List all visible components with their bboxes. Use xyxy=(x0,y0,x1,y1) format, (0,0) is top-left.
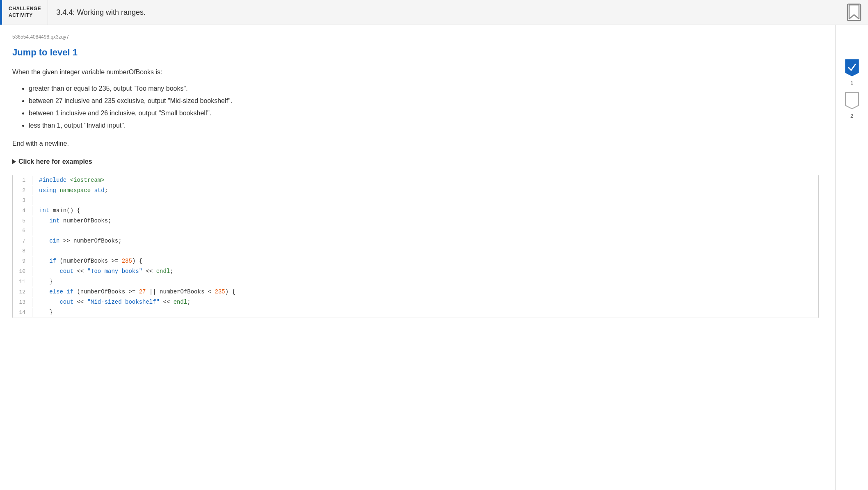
bookmark-icon xyxy=(847,3,861,21)
triangle-icon xyxy=(12,159,16,164)
line-number: 13 xyxy=(13,298,32,307)
end-note: End with a newline. xyxy=(12,139,819,149)
line-number: 2 xyxy=(13,186,32,195)
header-title: 3.4.4: Working with ranges. xyxy=(48,0,840,25)
code-content: #include <iostream> xyxy=(39,176,105,185)
code-line-1: 1 #include <iostream> xyxy=(13,175,818,185)
line-number: 11 xyxy=(13,277,32,286)
jump-to-level-link[interactable]: Jump to level 1 xyxy=(12,46,819,59)
header: CHALLENGE ACTIVITY 3.4.4: Working with r… xyxy=(0,0,868,25)
code-content: int numberOfBooks; xyxy=(39,216,111,225)
bullet-list: greater than or equal to 235, output "To… xyxy=(12,84,819,131)
code-line-7: 7 cin >> numberOfBooks; xyxy=(13,236,818,246)
line-number: 9 xyxy=(13,257,32,266)
examples-label: Click here for examples xyxy=(18,157,92,167)
problem-intro: When the given integer variable numberOf… xyxy=(12,67,819,77)
line-number: 1 xyxy=(13,176,32,185)
line-number: 8 xyxy=(13,247,32,256)
level-2-badge-icon xyxy=(844,91,860,110)
line-number: 4 xyxy=(13,206,32,215)
code-line-13: 13 cout << "Mid-sized bookshelf" << endl… xyxy=(13,297,818,307)
line-number: 3 xyxy=(13,196,32,205)
svg-marker-2 xyxy=(845,60,859,76)
bullet-item: greater than or equal to 235, output "To… xyxy=(29,84,819,94)
line-number: 14 xyxy=(13,308,32,317)
code-content: using namespace std; xyxy=(39,186,108,195)
level-1-badge[interactable]: 1 xyxy=(844,58,860,87)
code-line-4: 4 int main() { xyxy=(13,206,818,216)
code-content: int main() { xyxy=(39,206,80,215)
line-number: 7 xyxy=(13,237,32,246)
code-content: } xyxy=(39,277,53,286)
challenge-label-line1: CHALLENGE xyxy=(9,6,41,12)
code-content: if (numberOfBooks >= 235) { xyxy=(39,256,142,266)
code-line-9: 9 if (numberOfBooks >= 235) { xyxy=(13,256,818,266)
code-content: else if (numberOfBooks >= 27 || numberOf… xyxy=(39,287,235,296)
code-line-5: 5 int numberOfBooks; xyxy=(13,216,818,226)
code-line-2: 2 using namespace std; xyxy=(13,185,818,196)
code-content: cin >> numberOfBooks; xyxy=(39,236,122,245)
code-line-12: 12 else if (numberOfBooks >= 27 || numbe… xyxy=(13,287,818,297)
main-container: 536554.4084498.qx3zqy7 Jump to level 1 W… xyxy=(0,25,868,490)
bookmark-button[interactable] xyxy=(840,0,868,25)
level-1-number: 1 xyxy=(850,79,853,87)
examples-toggle[interactable]: Click here for examples xyxy=(12,157,819,167)
code-line-3: 3 xyxy=(13,196,818,206)
code-line-10: 10 cout << "Too many books" << endl; xyxy=(13,266,818,277)
header-label: CHALLENGE ACTIVITY xyxy=(2,0,48,25)
code-line-6: 6 xyxy=(13,226,818,236)
code-line-14: 14 } xyxy=(13,307,818,318)
code-content: cout << "Too many books" << endl; xyxy=(39,267,174,276)
bullet-item: between 27 inclusive and 235 exclusive, … xyxy=(29,96,819,106)
level-1-badge-icon xyxy=(844,58,860,78)
level-2-number: 2 xyxy=(850,112,853,120)
content-area: 536554.4084498.qx3zqy7 Jump to level 1 W… xyxy=(0,25,835,490)
line-number: 5 xyxy=(13,217,32,226)
level-2-badge[interactable]: 2 xyxy=(844,91,860,120)
code-editor[interactable]: 1 #include <iostream> 2 using namespace … xyxy=(12,175,819,318)
bullet-item: between 1 inclusive and 26 inclusive, ou… xyxy=(29,108,819,118)
line-number: 12 xyxy=(13,288,32,297)
code-line-11: 11 } xyxy=(13,277,818,287)
code-line-8: 8 xyxy=(13,246,818,256)
line-number: 6 xyxy=(13,227,32,236)
session-id: 536554.4084498.qx3zqy7 xyxy=(12,33,819,41)
sidebar-right: 1 2 xyxy=(835,25,868,490)
challenge-label-line2: ACTIVITY xyxy=(9,12,41,19)
line-number: 10 xyxy=(13,267,32,276)
code-content: cout << "Mid-sized bookshelf" << endl; xyxy=(39,298,191,307)
bullet-item: less than 1, output "Invalid input". xyxy=(29,121,819,131)
svg-marker-3 xyxy=(845,92,859,109)
code-content: } xyxy=(39,308,53,317)
